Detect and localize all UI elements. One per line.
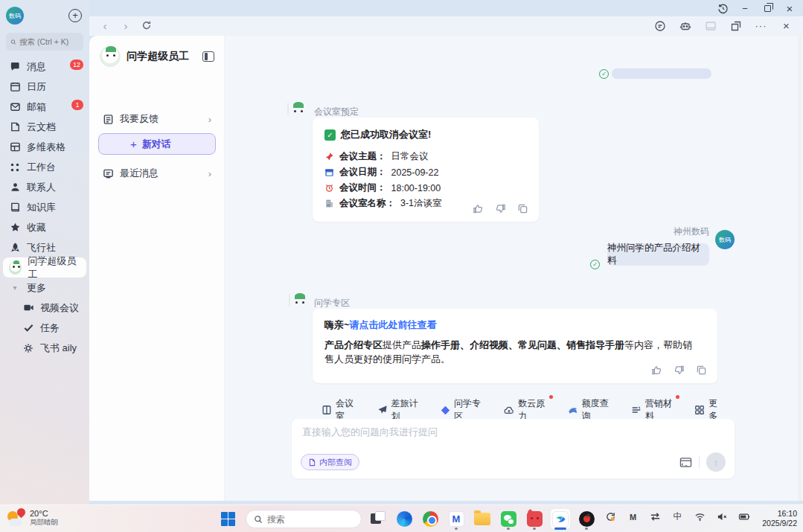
redcat-app-icon[interactable] [525,509,544,529]
sidebar-item-mail[interactable]: 邮箱 1 [0,97,89,117]
recent-messages-item[interactable]: 最近消息 › [97,162,217,185]
user-avatar[interactable]: 数码 [715,230,735,249]
clock-widget[interactable]: 16:10 2025/9/22 [762,509,797,528]
new-chat-button[interactable]: + 新对话 [98,133,216,155]
go-view-link[interactable]: 请点击此处前往查看 [350,319,437,330]
browser-toolbar: ‹ › ··· × [89,16,803,36]
sidebar-item-workbench[interactable]: 工作台 [0,157,89,177]
gear-icon [22,342,34,354]
history-icon[interactable] [717,2,729,14]
video-camera-icon [22,302,34,314]
plane-icon [377,405,388,415]
nav-buttons: ‹ › [98,19,153,32]
battery-icon[interactable] [738,510,751,523]
copy-icon[interactable] [696,365,707,376]
sidebar-item-label: 消息 [27,60,46,74]
sidebar-item-feishu-aily[interactable]: 飞书 aily [0,338,89,358]
sync-icon[interactable] [604,510,617,523]
sidebar-item-knowledge[interactable]: 知识库 [0,197,89,217]
close-panel-button[interactable]: × [780,19,793,32]
sidebar-item-video-meeting[interactable]: 视频会议 [0,298,89,318]
network-transfer-icon[interactable] [649,510,662,523]
sidebar-item-label: 工作台 [27,161,56,174]
feedback-item[interactable]: 我要反馈 › [97,108,217,130]
sidebar-item-tasks[interactable]: 任务 [0,318,89,338]
file-explorer-icon[interactable] [473,509,492,529]
unread-badge: 12 [70,60,83,70]
taskbar-search[interactable] [246,510,362,528]
scrollbar[interactable] [798,36,802,501]
read-check-icon: ✓ [590,260,600,269]
thumbs-down-icon[interactable] [495,203,506,214]
back-button[interactable]: ‹ [98,19,112,32]
sidebar-item-contacts[interactable]: 联系人 [0,177,89,197]
taskbar-apps: M [394,509,596,529]
sidebar-nav: 消息 12 日历 邮箱 1 云文档 多维表格 工作台 联系人 [0,57,89,358]
sidebar-item-table[interactable]: 多维表格 [0,137,89,157]
more-button[interactable]: ··· [755,19,767,32]
edge-app-icon[interactable] [394,509,414,529]
restore-icon [764,5,771,12]
greeting-line: 嗨亲~请点击此处前往查看 [324,318,706,332]
minimize-button[interactable]: − [739,2,751,14]
maximize-button[interactable] [761,2,773,14]
sidebar-item-label: 日历 [27,80,46,94]
m-app-icon[interactable]: M [447,509,466,529]
message-input[interactable] [302,426,615,438]
popout-icon[interactable] [729,19,742,32]
sidebar-item-messages[interactable]: 消息 12 [0,57,89,77]
delivered-check-icon: ✓ [599,69,609,79]
send-button[interactable]: ↑ [706,452,726,472]
internal-lookup-pill[interactable]: 内部查阅 [301,454,359,470]
sidebar-item-label: 飞书 aily [40,342,77,355]
sender-name: 会议室预定 [314,106,359,118]
wechat-app-icon[interactable] [499,509,518,529]
tray-chevron-icon[interactable]: ^ [582,510,595,523]
chevron-right-icon: › [208,168,211,179]
message-circle-icon[interactable] [653,19,666,32]
search-icon [254,515,263,524]
star-icon [9,222,21,234]
card-field: 会议主题：日常会议 [324,149,527,164]
add-button[interactable]: + [68,9,82,22]
task-view-button[interactable] [371,511,385,526]
sidebar-item-label: 知识库 [27,201,56,214]
thumbs-up-icon[interactable] [651,365,662,376]
mail-icon [9,101,21,113]
bot-avatar[interactable] [287,102,289,116]
bot-avatar[interactable] [289,293,290,307]
sidebar-item-more[interactable]: ▾ 更多 [0,278,89,298]
chrome-app-icon[interactable] [420,509,440,529]
taskbar-search-input[interactable] [267,514,349,525]
user-avatar[interactable]: 数码 [6,7,24,25]
robot-icon[interactable] [679,19,691,32]
sidebar-item-favorites[interactable]: 收藏 [0,217,89,237]
thumbs-down-icon[interactable] [674,365,685,376]
volume-muted-icon[interactable] [716,510,729,523]
search-input[interactable] [19,37,79,46]
copy-icon[interactable] [517,203,528,214]
shortcut-keyboard-icon[interactable] [679,457,692,468]
close-button[interactable]: × [784,2,796,14]
sidebar-search[interactable] [6,33,83,51]
sidebar-item-docs[interactable]: 云文档 [0,117,89,137]
quick-tools: 会议室 差旅计划 问学专区 数云原力 额度查询 营销材料 更多 [321,402,723,418]
start-button[interactable] [221,512,235,526]
m-tray-icon[interactable]: M [627,510,639,523]
collapse-panel-icon[interactable] [202,51,214,62]
card-field: 会议时间：18:00-19:00 [324,180,527,196]
thumbs-up-icon[interactable] [473,203,484,214]
sidebar-item-wenxue-agent[interactable]: 问学超级员工 [3,257,86,278]
sidebar-item-label: 收藏 [27,221,46,234]
wifi-icon[interactable] [694,510,706,523]
sidebar-item-label: 联系人 [27,181,56,194]
collapsed-message-bar[interactable] [612,68,711,79]
forward-button[interactable]: › [119,19,132,32]
card-view-icon[interactable] [704,19,717,32]
feishu-app-icon[interactable] [551,509,570,529]
ime-indicator[interactable]: 中 [671,510,684,523]
zone-description: 产品介绍专区提供产品操作手册、介绍视频、常见问题、销售指导手册等内容，帮助销售人… [324,338,697,366]
sidebar-item-calendar[interactable]: 日历 [0,77,89,97]
refresh-button[interactable] [140,19,153,32]
weather-widget[interactable]: 20°C 局部晴朗 [6,508,58,528]
